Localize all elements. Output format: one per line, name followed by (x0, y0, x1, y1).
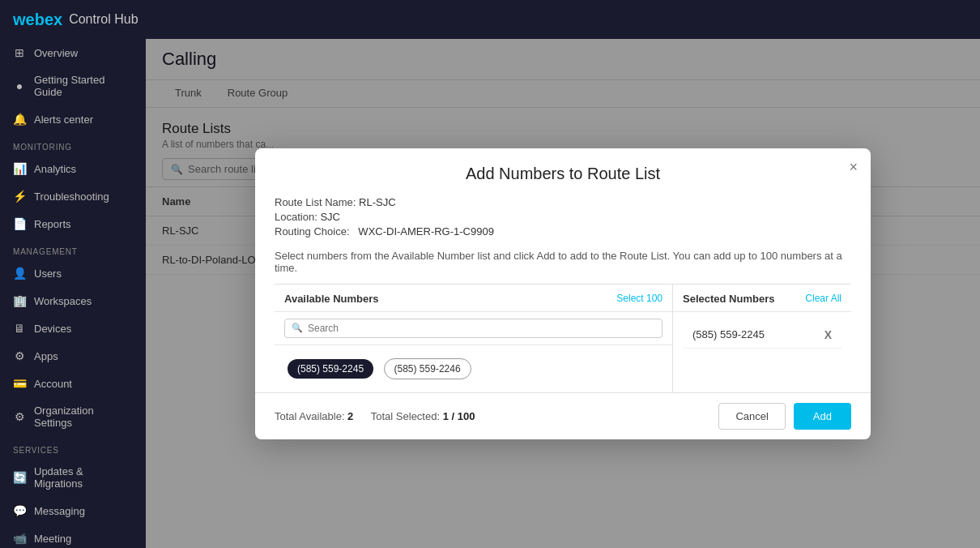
reports-icon: 📄 (13, 217, 26, 230)
sidebar-item-label: Workspaces (34, 295, 92, 307)
troubleshooting-icon: ⚡ (13, 190, 26, 203)
sidebar-item-label: Getting Started Guide (34, 74, 133, 98)
account-icon: 💳 (13, 377, 26, 390)
footer-actions: Cancel Add (718, 403, 851, 430)
users-icon: 👤 (13, 267, 26, 280)
overview-icon: ⊞ (13, 46, 26, 59)
content-area: Calling Trunk Route Group Route Lists A … (146, 39, 980, 548)
section-label-management: MANAGEMENT (0, 238, 146, 259)
modal-header: Add Numbers to Route List × (255, 148, 871, 193)
sidebar-item-workspaces[interactable]: 🏢 Workspaces (0, 287, 146, 315)
sidebar-item-label: Updates & Migrations (34, 465, 133, 490)
sidebar-item-devices[interactable]: 🖥 Devices (0, 315, 146, 342)
meta-routing-choice-value: WXC-DI-AMER-RG-1-C9909 (352, 225, 494, 238)
available-numbers-panel: Available Numbers Select 100 🔍 (585) 55 (275, 285, 673, 392)
sidebar-item-label: Alerts center (34, 113, 93, 126)
sidebar-item-overview[interactable]: ⊞ Overview (0, 39, 146, 66)
number-chip-selected[interactable]: (585) 559-2245 (288, 359, 373, 379)
modal: Add Numbers to Route List × Route List N… (255, 148, 871, 439)
sidebar-item-users[interactable]: 👤 Users (0, 259, 146, 287)
sidebar-item-getting-started[interactable]: ● Getting Started Guide (0, 66, 146, 105)
sidebar-item-label: Meeting (34, 533, 71, 545)
meta-routing-choice: Routing Choice: WXC-DI-AMER-RG-1-C9909 (275, 225, 851, 238)
webex-logo: webex (13, 11, 62, 29)
selected-numbers-panel: Selected Numbers Clear All (585) 559-224… (673, 285, 851, 392)
sidebar-item-alerts[interactable]: 🔔 Alerts center (0, 105, 146, 133)
available-search-wrapper[interactable]: 🔍 (284, 319, 663, 338)
search-icon: 🔍 (292, 323, 303, 333)
modal-body: Available Numbers Select 100 🔍 (585) 55 (275, 284, 851, 392)
modal-meta: Route List Name: RL-SJC Location: SJC Ro… (255, 193, 871, 246)
meta-route-list-name: Route List Name: RL-SJC (275, 196, 851, 208)
selected-numbers-list: (585) 559-2245 X (673, 312, 851, 392)
meta-location: Location: SJC (275, 211, 851, 223)
meta-location-value: SJC (320, 211, 340, 223)
available-panel-header: Available Numbers Select 100 (275, 285, 672, 312)
selected-heading: Selected Numbers (683, 293, 774, 305)
sidebar-item-meeting[interactable]: 📹 Meeting (0, 524, 146, 548)
sidebar-item-updates-migrations[interactable]: 🔄 Updates & Migrations (0, 458, 146, 497)
available-heading: Available Numbers (284, 293, 379, 305)
add-button[interactable]: Add (794, 403, 851, 430)
select-100-button[interactable]: Select 100 (616, 293, 663, 304)
sidebar-item-label: Analytics (34, 163, 76, 175)
sidebar-item-label: Troubleshooting (34, 191, 109, 203)
footer-totals: Total Available: 2 Total Selected: 1 / 1… (275, 410, 475, 422)
selected-number-value: (585) 559-2245 (692, 328, 765, 340)
section-label-services: SERVICES (0, 436, 146, 458)
remove-number-button[interactable]: X (824, 328, 832, 341)
total-available-label: Total Available: (275, 410, 347, 422)
available-numbers-list: (585) 559-2245 (585) 559-2246 (275, 345, 672, 392)
clear-all-button[interactable]: Clear All (805, 293, 842, 304)
app-title: Control Hub (69, 12, 138, 27)
sidebar-item-account[interactable]: 💳 Account (0, 370, 146, 397)
cancel-button[interactable]: Cancel (718, 403, 785, 430)
main-layout: ⊞ Overview ● Getting Started Guide 🔔 Ale… (0, 39, 980, 548)
sidebar-item-org-settings[interactable]: ⚙ Organization Settings (0, 397, 146, 436)
alerts-icon: 🔔 (13, 113, 26, 126)
sidebar-item-label: Organization Settings (34, 405, 133, 429)
total-selected-value: 1 / 100 (443, 410, 475, 422)
total-available-value: 2 (347, 410, 353, 422)
messaging-icon: 💬 (13, 504, 26, 517)
meeting-icon: 📹 (13, 532, 26, 545)
available-search-input[interactable] (308, 323, 655, 334)
getting-started-icon: ● (13, 79, 26, 92)
sidebar-item-label: Messaging (34, 505, 85, 517)
sidebar-item-label: Apps (34, 350, 58, 362)
navbar: webex Control Hub (0, 0, 980, 39)
sidebar-item-label: Users (34, 268, 62, 280)
sidebar-item-apps[interactable]: ⚙ Apps (0, 342, 146, 370)
modal-title: Add Numbers to Route List (275, 165, 851, 183)
meta-route-list-name-label: Route List Name: (275, 196, 356, 208)
modal-footer: Total Available: 2 Total Selected: 1 / 1… (255, 392, 871, 439)
sidebar-item-label: Devices (34, 323, 71, 335)
apps-icon: ⚙ (13, 349, 26, 362)
devices-icon: 🖥 (13, 322, 26, 335)
sidebar-item-troubleshooting[interactable]: ⚡ Troubleshooting (0, 182, 146, 210)
sidebar: ⊞ Overview ● Getting Started Guide 🔔 Ale… (0, 39, 146, 548)
meta-routing-choice-label: Routing Choice: (275, 225, 350, 238)
sidebar-item-label: Account (34, 378, 72, 390)
org-settings-icon: ⚙ (13, 410, 26, 423)
selected-number-row: (585) 559-2245 X (683, 322, 842, 349)
section-label-monitoring: MONITORING (0, 133, 146, 155)
modal-close-button[interactable]: × (849, 160, 858, 174)
modal-overlay: Add Numbers to Route List × Route List N… (146, 39, 980, 548)
number-chip-unselected[interactable]: (585) 559-2246 (384, 358, 471, 379)
total-selected-label: Total Selected: (371, 410, 443, 422)
selected-panel-header: Selected Numbers Clear All (673, 285, 851, 312)
sidebar-item-label: Overview (34, 47, 78, 59)
sidebar-item-messaging[interactable]: 💬 Messaging (0, 497, 146, 524)
sidebar-item-analytics[interactable]: 📊 Analytics (0, 155, 146, 182)
workspaces-icon: 🏢 (13, 294, 26, 307)
updates-icon: 🔄 (13, 471, 26, 484)
modal-instruction: Select numbers from the Available Number… (255, 246, 871, 284)
analytics-icon: 📊 (13, 162, 26, 175)
meta-location-label: Location: (275, 211, 317, 223)
brand: webex Control Hub (13, 11, 138, 29)
sidebar-item-reports[interactable]: 📄 Reports (0, 210, 146, 238)
sidebar-item-label: Reports (34, 218, 71, 230)
meta-route-list-name-value: RL-SJC (359, 196, 396, 208)
available-search: 🔍 (275, 312, 672, 345)
